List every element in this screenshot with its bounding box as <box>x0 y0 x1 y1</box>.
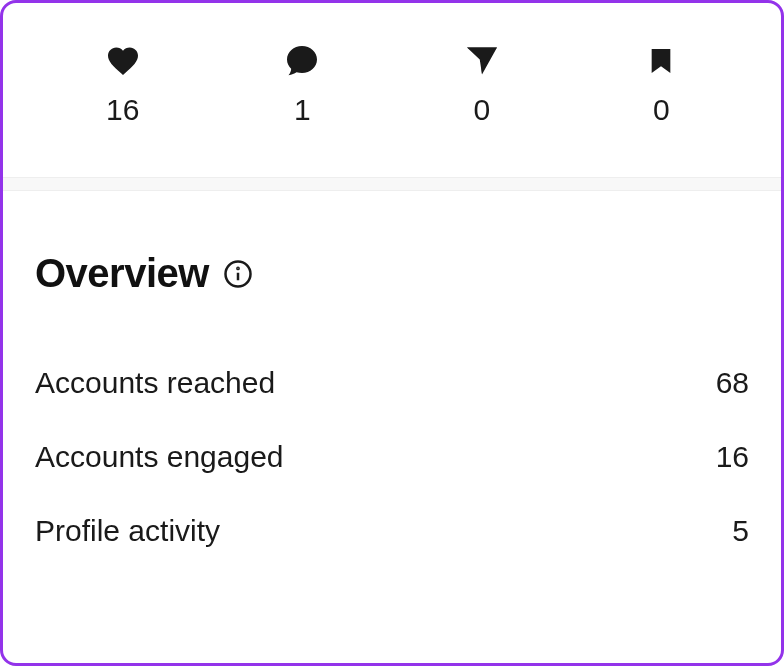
info-icon[interactable] <box>223 259 253 289</box>
accounts-reached-row[interactable]: Accounts reached 68 <box>35 346 749 420</box>
send-icon <box>464 43 500 79</box>
overview-section: Overview Accounts reached 68 Accounts en… <box>3 191 781 600</box>
profile-activity-row[interactable]: Profile activity 5 <box>35 494 749 568</box>
overview-title: Overview <box>35 251 209 296</box>
likes-stat[interactable]: 16 <box>105 43 141 127</box>
likes-count: 16 <box>106 93 139 127</box>
metric-value: 16 <box>716 440 749 474</box>
svg-point-2 <box>237 267 238 268</box>
metric-label: Accounts reached <box>35 366 275 400</box>
metric-value: 68 <box>716 366 749 400</box>
section-divider <box>3 177 781 191</box>
metric-label: Accounts engaged <box>35 440 284 474</box>
metric-value: 5 <box>732 514 749 548</box>
saves-stat[interactable]: 0 <box>643 43 679 127</box>
metric-label: Profile activity <box>35 514 220 548</box>
overview-header: Overview <box>35 251 749 296</box>
shares-stat[interactable]: 0 <box>464 43 500 127</box>
saves-count: 0 <box>653 93 670 127</box>
shares-count: 0 <box>473 93 490 127</box>
heart-icon <box>105 43 141 79</box>
comments-stat[interactable]: 1 <box>284 43 320 127</box>
engagement-stats-row: 16 1 0 0 <box>3 3 781 177</box>
bookmark-icon <box>643 43 679 79</box>
comment-icon <box>284 43 320 79</box>
comments-count: 1 <box>294 93 311 127</box>
accounts-engaged-row[interactable]: Accounts engaged 16 <box>35 420 749 494</box>
